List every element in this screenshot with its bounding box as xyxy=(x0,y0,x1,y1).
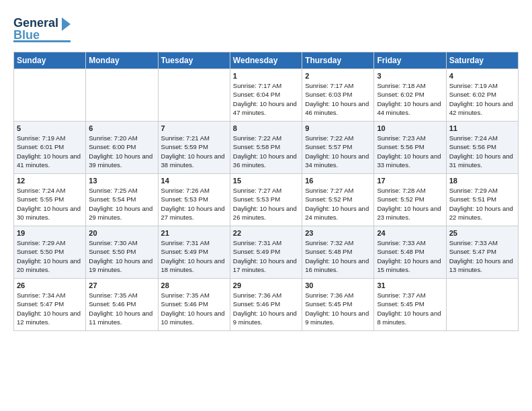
day-cell: 19 Sunrise: 7:29 AMSunset: 5:50 PMDaylig… xyxy=(14,226,86,279)
day-info: Sunrise: 7:35 AMSunset: 5:46 PMDaylight:… xyxy=(161,291,227,326)
day-cell: 31 Sunrise: 7:37 AMSunset: 5:45 PMDaylig… xyxy=(374,279,446,331)
day-info: Sunrise: 7:33 AMSunset: 5:47 PMDaylight:… xyxy=(449,238,515,274)
day-number: 13 xyxy=(89,177,154,185)
day-number: 30 xyxy=(305,281,371,289)
col-header-tuesday: Tuesday xyxy=(158,52,230,69)
svg-marker-2 xyxy=(62,17,71,31)
day-cell: 27 Sunrise: 7:35 AMSunset: 5:46 PMDaylig… xyxy=(86,279,158,331)
day-info: Sunrise: 7:32 AMSunset: 5:48 PMDaylight:… xyxy=(305,238,371,274)
day-number: 12 xyxy=(17,177,83,185)
day-cell: 13 Sunrise: 7:25 AMSunset: 5:54 PMDaylig… xyxy=(86,174,158,226)
day-cell: 14 Sunrise: 7:26 AMSunset: 5:53 PMDaylig… xyxy=(158,174,230,226)
day-cell: 20 Sunrise: 7:30 AMSunset: 5:50 PMDaylig… xyxy=(86,226,158,279)
day-number: 14 xyxy=(161,177,227,185)
day-info: Sunrise: 7:29 AMSunset: 5:51 PMDaylight:… xyxy=(449,186,515,222)
day-info: Sunrise: 7:17 AMSunset: 6:03 PMDaylight:… xyxy=(305,81,371,117)
day-cell: 1 Sunrise: 7:17 AMSunset: 6:04 PMDayligh… xyxy=(230,69,302,122)
day-cell xyxy=(86,69,158,122)
day-info: Sunrise: 7:23 AMSunset: 5:56 PMDaylight:… xyxy=(377,134,443,169)
col-header-wednesday: Wednesday xyxy=(230,52,302,69)
day-cell: 10 Sunrise: 7:23 AMSunset: 5:56 PMDaylig… xyxy=(374,122,446,174)
day-info: Sunrise: 7:36 AMSunset: 5:45 PMDaylight:… xyxy=(305,291,371,326)
day-cell: 24 Sunrise: 7:33 AMSunset: 5:48 PMDaylig… xyxy=(374,226,446,279)
col-header-saturday: Saturday xyxy=(446,52,518,69)
day-cell: 30 Sunrise: 7:36 AMSunset: 5:45 PMDaylig… xyxy=(302,279,374,331)
day-number: 9 xyxy=(305,124,371,132)
day-info: Sunrise: 7:31 AMSunset: 5:49 PMDaylight:… xyxy=(233,238,299,274)
day-number: 8 xyxy=(233,124,299,132)
day-number: 22 xyxy=(233,229,299,237)
svg-text:Blue: Blue xyxy=(13,28,40,42)
week-row-4: 19 Sunrise: 7:29 AMSunset: 5:50 PMDaylig… xyxy=(14,226,519,279)
day-info: Sunrise: 7:29 AMSunset: 5:50 PMDaylight:… xyxy=(17,238,83,274)
day-cell: 8 Sunrise: 7:22 AMSunset: 5:58 PMDayligh… xyxy=(230,122,302,174)
day-number: 6 xyxy=(89,124,154,132)
calendar-table: SundayMondayTuesdayWednesdayThursdayFrid… xyxy=(13,52,519,331)
header: General Blue xyxy=(13,12,519,45)
day-cell: 28 Sunrise: 7:35 AMSunset: 5:46 PMDaylig… xyxy=(158,279,230,331)
day-info: Sunrise: 7:27 AMSunset: 5:52 PMDaylight:… xyxy=(305,186,371,222)
svg-rect-3 xyxy=(13,40,71,42)
day-cell: 4 Sunrise: 7:19 AMSunset: 6:02 PMDayligh… xyxy=(446,69,518,122)
day-cell: 11 Sunrise: 7:24 AMSunset: 5:56 PMDaylig… xyxy=(446,122,518,174)
day-info: Sunrise: 7:17 AMSunset: 6:04 PMDaylight:… xyxy=(233,81,299,117)
day-info: Sunrise: 7:31 AMSunset: 5:49 PMDaylight:… xyxy=(161,238,227,274)
day-cell: 15 Sunrise: 7:27 AMSunset: 5:53 PMDaylig… xyxy=(230,174,302,226)
day-info: Sunrise: 7:20 AMSunset: 6:00 PMDaylight:… xyxy=(89,134,154,169)
day-number: 2 xyxy=(305,72,371,80)
day-number: 26 xyxy=(17,281,83,289)
day-cell: 21 Sunrise: 7:31 AMSunset: 5:49 PMDaylig… xyxy=(158,226,230,279)
day-cell xyxy=(158,69,230,122)
day-number: 4 xyxy=(449,72,515,80)
day-info: Sunrise: 7:28 AMSunset: 5:52 PMDaylight:… xyxy=(377,186,443,222)
day-cell: 23 Sunrise: 7:32 AMSunset: 5:48 PMDaylig… xyxy=(302,226,374,279)
day-number: 18 xyxy=(449,177,515,185)
week-row-2: 5 Sunrise: 7:19 AMSunset: 6:01 PMDayligh… xyxy=(14,122,519,174)
day-info: Sunrise: 7:25 AMSunset: 5:54 PMDaylight:… xyxy=(89,186,154,222)
day-info: Sunrise: 7:27 AMSunset: 5:53 PMDaylight:… xyxy=(233,186,299,222)
day-number: 10 xyxy=(377,124,443,132)
day-cell xyxy=(446,279,518,331)
week-row-1: 1 Sunrise: 7:17 AMSunset: 6:04 PMDayligh… xyxy=(14,69,519,122)
day-cell: 6 Sunrise: 7:20 AMSunset: 6:00 PMDayligh… xyxy=(86,122,158,174)
day-info: Sunrise: 7:24 AMSunset: 5:55 PMDaylight:… xyxy=(17,186,83,222)
day-number: 28 xyxy=(161,281,227,289)
day-number: 23 xyxy=(305,229,371,237)
day-cell: 29 Sunrise: 7:36 AMSunset: 5:46 PMDaylig… xyxy=(230,279,302,331)
day-number: 16 xyxy=(305,177,371,185)
day-number: 29 xyxy=(233,281,299,289)
day-number: 19 xyxy=(17,229,83,237)
day-cell: 7 Sunrise: 7:21 AMSunset: 5:59 PMDayligh… xyxy=(158,122,230,174)
day-cell: 26 Sunrise: 7:34 AMSunset: 5:47 PMDaylig… xyxy=(14,279,86,331)
page: General Blue SundayMondayTuesdayWednesda… xyxy=(0,0,532,338)
day-info: Sunrise: 7:19 AMSunset: 6:02 PMDaylight:… xyxy=(449,81,515,117)
day-number: 7 xyxy=(161,124,227,132)
day-cell: 5 Sunrise: 7:19 AMSunset: 6:01 PMDayligh… xyxy=(14,122,86,174)
day-cell: 16 Sunrise: 7:27 AMSunset: 5:52 PMDaylig… xyxy=(302,174,374,226)
day-info: Sunrise: 7:34 AMSunset: 5:47 PMDaylight:… xyxy=(17,291,83,326)
day-number: 1 xyxy=(233,72,299,80)
day-info: Sunrise: 7:30 AMSunset: 5:50 PMDaylight:… xyxy=(89,238,154,274)
day-cell: 18 Sunrise: 7:29 AMSunset: 5:51 PMDaylig… xyxy=(446,174,518,226)
day-cell: 2 Sunrise: 7:17 AMSunset: 6:03 PMDayligh… xyxy=(302,69,374,122)
header-row: SundayMondayTuesdayWednesdayThursdayFrid… xyxy=(14,52,519,69)
day-number: 3 xyxy=(377,72,443,80)
day-number: 25 xyxy=(449,229,515,237)
day-info: Sunrise: 7:37 AMSunset: 5:45 PMDaylight:… xyxy=(377,291,443,326)
day-info: Sunrise: 7:19 AMSunset: 6:01 PMDaylight:… xyxy=(17,134,83,169)
day-number: 15 xyxy=(233,177,299,185)
logo: General Blue xyxy=(13,12,71,45)
day-info: Sunrise: 7:35 AMSunset: 5:46 PMDaylight:… xyxy=(89,291,154,326)
week-row-3: 12 Sunrise: 7:24 AMSunset: 5:55 PMDaylig… xyxy=(14,174,519,226)
logo-svg: General Blue xyxy=(13,12,71,42)
day-info: Sunrise: 7:22 AMSunset: 5:58 PMDaylight:… xyxy=(233,134,299,169)
col-header-friday: Friday xyxy=(374,52,446,69)
day-number: 5 xyxy=(17,124,83,132)
day-cell: 3 Sunrise: 7:18 AMSunset: 6:02 PMDayligh… xyxy=(374,69,446,122)
day-info: Sunrise: 7:33 AMSunset: 5:48 PMDaylight:… xyxy=(377,238,443,274)
day-info: Sunrise: 7:36 AMSunset: 5:46 PMDaylight:… xyxy=(233,291,299,326)
day-cell: 17 Sunrise: 7:28 AMSunset: 5:52 PMDaylig… xyxy=(374,174,446,226)
day-cell: 25 Sunrise: 7:33 AMSunset: 5:47 PMDaylig… xyxy=(446,226,518,279)
day-number: 17 xyxy=(377,177,443,185)
col-header-monday: Monday xyxy=(86,52,158,69)
